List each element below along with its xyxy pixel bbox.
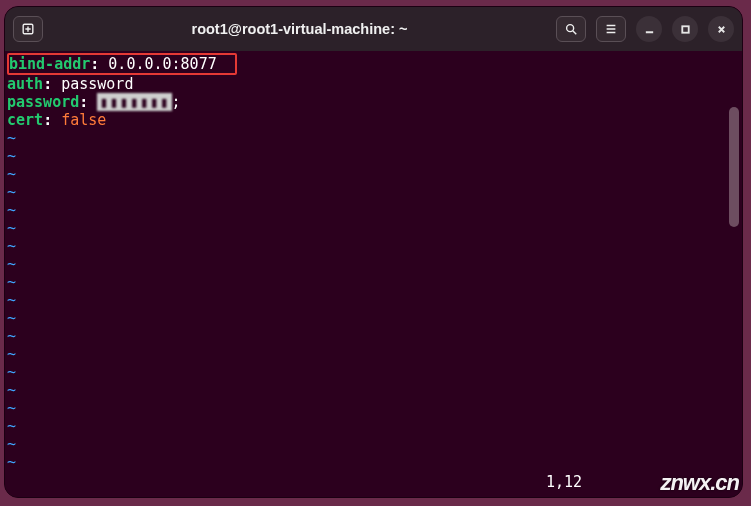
empty-line: ~: [7, 237, 740, 255]
empty-line: ~: [7, 165, 740, 183]
vim-statusbar: 1,12: [5, 473, 742, 491]
close-icon: [716, 24, 727, 35]
empty-line: ~: [7, 417, 740, 435]
watermark: znwx.cn: [660, 470, 739, 496]
cursor-position: 1,12: [546, 473, 582, 491]
new-tab-icon: [21, 22, 35, 36]
config-value: password: [61, 75, 133, 93]
search-button[interactable]: [556, 16, 586, 42]
config-line-cert: cert: false: [7, 111, 740, 129]
terminal-window: root1@root1-virtual-machine: ~: [4, 6, 743, 498]
empty-line: ~: [7, 363, 740, 381]
terminal-viewport[interactable]: bind-addr: 0.0.0.0:8077 auth: password p…: [5, 51, 742, 497]
empty-line: ~: [7, 453, 740, 471]
empty-line: ~: [7, 435, 740, 453]
empty-line: ~: [7, 399, 740, 417]
minimize-icon: [644, 24, 655, 35]
empty-line: ~: [7, 309, 740, 327]
empty-line: ~: [7, 291, 740, 309]
hamburger-icon: [604, 22, 618, 36]
titlebar: root1@root1-virtual-machine: ~: [5, 7, 742, 51]
empty-line: ~: [7, 381, 740, 399]
titlebar-right: [556, 16, 734, 42]
empty-line: ~: [7, 255, 740, 273]
config-line-password: password: ▮▮▮▮▮▮▮;: [7, 93, 740, 111]
window-title: root1@root1-virtual-machine: ~: [51, 21, 548, 37]
scrollbar-thumb[interactable]: [729, 107, 739, 227]
empty-line: ~: [7, 183, 740, 201]
config-value-masked: ▮▮▮▮▮▮▮: [97, 93, 171, 111]
empty-lines: ~~~~~~~~~~~~~~~~~~~: [7, 129, 740, 471]
close-button[interactable]: [708, 16, 734, 42]
empty-line: ~: [7, 327, 740, 345]
empty-line: ~: [7, 273, 740, 291]
empty-line: ~: [7, 147, 740, 165]
config-key: auth: [7, 75, 43, 93]
empty-line: ~: [7, 129, 740, 147]
config-line-bind-addr: bind-addr: 0.0.0.0:8077: [7, 53, 740, 75]
minimize-button[interactable]: [636, 16, 662, 42]
highlight-box: bind-addr: 0.0.0.0:8077: [7, 53, 237, 75]
config-value: false: [61, 111, 106, 129]
svg-point-1: [567, 25, 574, 32]
menu-button[interactable]: [596, 16, 626, 42]
config-value: 0.0.0.0:8077: [108, 55, 216, 73]
empty-line: ~: [7, 219, 740, 237]
config-key: bind-addr: [9, 55, 90, 73]
config-line-auth: auth: password: [7, 75, 740, 93]
empty-line: ~: [7, 201, 740, 219]
maximize-icon: [680, 24, 691, 35]
search-icon: [564, 22, 578, 36]
config-key: password: [7, 93, 79, 111]
new-tab-button[interactable]: [13, 16, 43, 42]
svg-rect-2: [682, 26, 688, 32]
maximize-button[interactable]: [672, 16, 698, 42]
empty-line: ~: [7, 345, 740, 363]
config-key: cert: [7, 111, 43, 129]
